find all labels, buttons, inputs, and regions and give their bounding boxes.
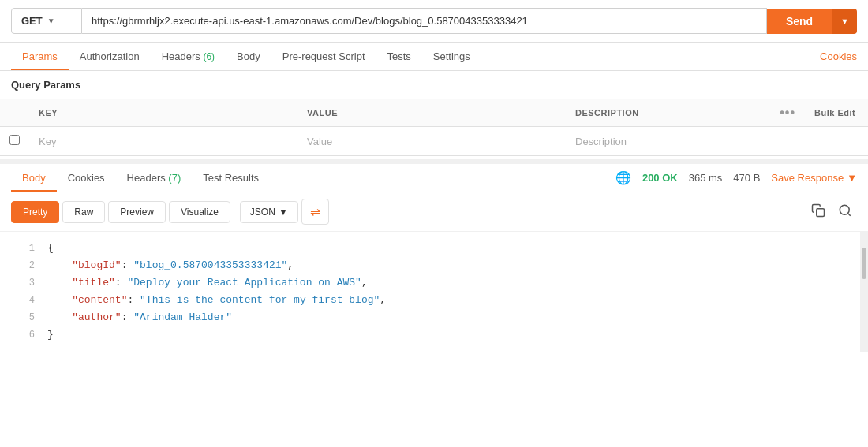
response-tab-body[interactable]: Body bbox=[11, 164, 57, 192]
save-response-button[interactable]: Save Response ▼ bbox=[771, 172, 857, 184]
param-checkbox[interactable] bbox=[9, 135, 20, 145]
line-number: 4 bbox=[6, 292, 35, 308]
tab-params[interactable]: Params bbox=[11, 43, 69, 70]
svg-point-1 bbox=[840, 205, 849, 214]
value-cell[interactable]: Value bbox=[297, 127, 566, 156]
tab-prerequest[interactable]: Pre-request Script bbox=[271, 43, 376, 70]
wrap-button[interactable]: ⇌ bbox=[301, 199, 329, 225]
svg-line-2 bbox=[847, 213, 850, 215]
response-section: Body Cookies Headers (7) Test Results 🌐 … bbox=[0, 159, 868, 352]
tab-tests[interactable]: Tests bbox=[376, 43, 422, 70]
format-raw-button[interactable]: Raw bbox=[62, 201, 105, 223]
response-size: 470 B bbox=[733, 172, 760, 184]
method-select[interactable]: GET ▼ bbox=[11, 8, 82, 34]
col-description: DESCRIPTION bbox=[566, 99, 770, 127]
save-response-label: Save Response bbox=[771, 172, 844, 184]
format-visualize-button[interactable]: Visualize bbox=[169, 201, 230, 223]
code-line-1: 1 { bbox=[0, 240, 868, 257]
save-response-chevron-icon: ▼ bbox=[847, 172, 857, 184]
headers-badge: (6) bbox=[203, 51, 215, 62]
key-cell[interactable]: Key bbox=[29, 127, 297, 156]
code-line-4: 4 "content": "This is the content for my… bbox=[0, 292, 868, 309]
key-placeholder: Key bbox=[39, 136, 56, 147]
row-checkbox[interactable] bbox=[0, 127, 29, 156]
response-tab-cookies[interactable]: Cookies bbox=[57, 164, 116, 192]
query-params-header: Query Params bbox=[0, 71, 868, 99]
status-badge: 200 OK bbox=[642, 172, 678, 184]
code-line-5: 5 "author": "Arindam Halder" bbox=[0, 309, 868, 326]
code-author: "author": "Arindam Halder" bbox=[47, 309, 862, 326]
method-label: GET bbox=[21, 15, 43, 27]
dots-icon: ••• bbox=[780, 106, 795, 119]
code-line-2: 2 "blogId": "blog_0.5870043353333421", bbox=[0, 257, 868, 274]
line-number: 6 bbox=[6, 327, 35, 343]
value-placeholder: Value bbox=[307, 136, 332, 147]
url-bar: GET ▼ Send ▼ bbox=[0, 0, 868, 43]
response-meta: 🌐 200 OK 365 ms 470 B Save Response ▼ bbox=[615, 170, 857, 185]
response-tab-testresults[interactable]: Test Results bbox=[192, 164, 270, 192]
response-time: 365 ms bbox=[689, 172, 723, 184]
response-body: 1 { 2 "blogId": "blog_0.5870043353333421… bbox=[0, 232, 868, 352]
search-icon[interactable] bbox=[833, 200, 857, 224]
code-viewer: 1 { 2 "blogId": "blog_0.5870043353333421… bbox=[0, 232, 868, 352]
opening-brace: { bbox=[47, 240, 862, 257]
json-format-label: JSON bbox=[250, 207, 275, 218]
code-title: "title": "Deploy your React Application … bbox=[47, 274, 862, 292]
method-chevron-icon: ▼ bbox=[47, 17, 55, 25]
format-pretty-button[interactable]: Pretty bbox=[11, 201, 59, 223]
code-line-6: 6 } bbox=[0, 326, 868, 344]
tab-body[interactable]: Body bbox=[226, 43, 271, 70]
col-actions: ••• bbox=[770, 99, 805, 127]
line-number: 2 bbox=[6, 258, 35, 274]
line-number: 5 bbox=[6, 310, 35, 326]
cookies-link[interactable]: Cookies bbox=[820, 43, 857, 70]
tab-headers[interactable]: Headers (6) bbox=[151, 43, 226, 70]
send-btn-group: Send ▼ bbox=[767, 9, 857, 34]
globe-icon: 🌐 bbox=[615, 170, 631, 185]
svg-rect-0 bbox=[817, 208, 825, 216]
request-tabs-row: Params Authorization Headers (6) Body Pr… bbox=[0, 43, 868, 71]
closing-brace: } bbox=[47, 326, 862, 344]
code-blogid: "blogId": "blog_0.5870043353333421", bbox=[47, 257, 862, 274]
col-bulk-edit[interactable]: Bulk Edit bbox=[805, 99, 868, 127]
tab-authorization[interactable]: Authorization bbox=[69, 43, 151, 70]
format-bar: Pretty Raw Preview Visualize JSON ▼ ⇌ bbox=[0, 192, 868, 232]
response-tabs-row: Body Cookies Headers (7) Test Results 🌐 … bbox=[0, 164, 868, 192]
response-headers-badge: (7) bbox=[168, 172, 181, 184]
response-tab-headers[interactable]: Headers (7) bbox=[116, 164, 193, 192]
url-input[interactable] bbox=[82, 8, 767, 34]
table-row: Key Value Description bbox=[0, 127, 868, 156]
description-placeholder: Description bbox=[575, 136, 627, 147]
code-line-3: 3 "title": "Deploy your React Applicatio… bbox=[0, 274, 868, 292]
format-json-select[interactable]: JSON ▼ bbox=[240, 201, 298, 223]
col-checkbox bbox=[0, 99, 29, 127]
send-button[interactable]: Send bbox=[767, 9, 832, 34]
tab-settings[interactable]: Settings bbox=[422, 43, 481, 70]
col-key: KEY bbox=[29, 99, 297, 127]
col-value: VALUE bbox=[297, 99, 566, 127]
copy-icon[interactable] bbox=[806, 200, 830, 224]
format-preview-button[interactable]: Preview bbox=[108, 201, 166, 223]
line-number: 3 bbox=[6, 275, 35, 291]
line-number: 1 bbox=[6, 240, 35, 256]
json-format-chevron-icon: ▼ bbox=[279, 207, 288, 218]
code-content-field: "content": "This is the content for my f… bbox=[47, 292, 862, 309]
description-cell[interactable]: Description bbox=[566, 127, 770, 156]
send-dropdown-button[interactable]: ▼ bbox=[832, 9, 857, 34]
params-table: KEY VALUE DESCRIPTION ••• Bulk Edit Key … bbox=[0, 99, 868, 156]
